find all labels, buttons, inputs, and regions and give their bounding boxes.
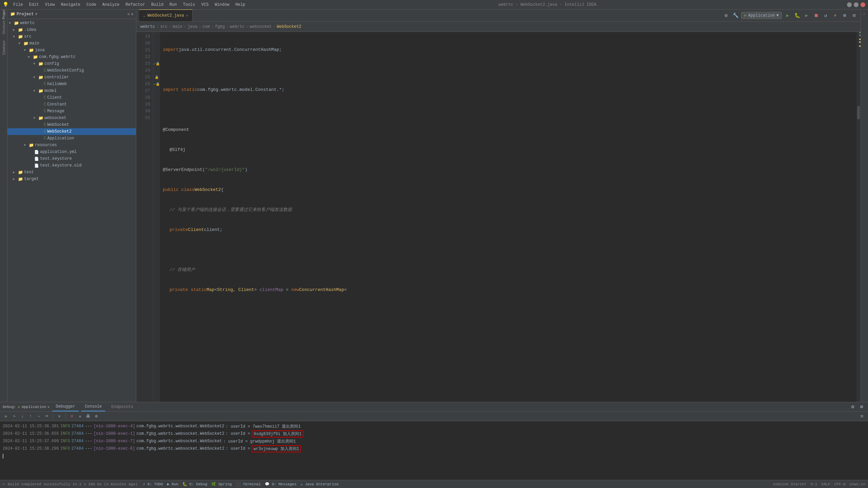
- bc-fgbg[interactable]: fgbg: [215, 24, 225, 29]
- scroll-to-end[interactable]: ↡: [77, 413, 83, 420]
- project-panel-icon[interactable]: Project: [1, 11, 7, 17]
- tree-item-websocket2[interactable]: ▶ C WebSocket2: [7, 128, 136, 135]
- tree-item-websocketconfig[interactable]: ▶ C WebSocketConfig: [7, 67, 136, 74]
- tree-item-appyml[interactable]: ▶ 📄 application.yml: [7, 149, 136, 155]
- menu-vcs[interactable]: VCS: [199, 2, 212, 8]
- menu-tools[interactable]: Tools: [180, 2, 198, 8]
- tree-item-target[interactable]: ▶ 📁 target: [7, 176, 136, 182]
- debug-button[interactable]: 🐛: [793, 12, 801, 19]
- tree-item-constant[interactable]: ▶ C Constant: [7, 101, 136, 108]
- project-dropdown[interactable]: ▼: [35, 12, 37, 16]
- step-into-button[interactable]: ↓: [19, 413, 26, 420]
- menu-run[interactable]: Run: [167, 2, 180, 8]
- menu-edit[interactable]: Edit: [26, 2, 42, 8]
- print-button[interactable]: 🖶: [85, 413, 92, 420]
- debug-close-icon[interactable]: ✕: [47, 405, 50, 409]
- step-out-button[interactable]: ↑: [27, 413, 34, 420]
- sync-button[interactable]: ↺: [822, 12, 829, 19]
- resume-button[interactable]: ▶: [3, 413, 9, 420]
- notifications-icon[interactable]: ⚡: [861, 11, 868, 17]
- bc-websocket[interactable]: websocket: [250, 24, 272, 29]
- menu-code[interactable]: Code: [84, 2, 99, 8]
- log-area[interactable]: 2024-02-11 15:25:36.301 INFO 27484 --- […: [0, 421, 868, 480]
- step-over-button[interactable]: ↷: [11, 413, 18, 420]
- maximize-button[interactable]: [854, 2, 859, 7]
- tree-item-model[interactable]: ▼ 📁 model: [7, 87, 136, 94]
- tree-item-idea[interactable]: ▶ 📁 .idea: [7, 26, 136, 33]
- tab-endpoints[interactable]: Endpoints: [108, 402, 137, 411]
- run-button[interactable]: ▶: [784, 12, 791, 19]
- menu-file[interactable]: File: [11, 2, 26, 8]
- run-config[interactable]: ▶ Application ▼: [741, 12, 782, 19]
- menu-refactor[interactable]: Refactor: [123, 2, 148, 8]
- menu-help[interactable]: Help: [233, 2, 248, 8]
- menu-analyze[interactable]: Analyze: [100, 2, 122, 8]
- bc-ws2[interactable]: WebSocket2: [277, 24, 301, 29]
- bc-java[interactable]: java: [188, 24, 197, 29]
- soft-wrap-icon[interactable]: ⊡: [859, 413, 865, 420]
- menu-window[interactable]: Window: [212, 2, 232, 8]
- database-panel-icon[interactable]: Database: [1, 45, 7, 51]
- tab-websocket2[interactable]: ☕ WebSocket2.java ✕: [139, 9, 193, 21]
- menu-build[interactable]: Build: [149, 2, 166, 8]
- tab-console[interactable]: Console: [81, 402, 105, 411]
- collapse-icon[interactable]: ⊟: [850, 12, 858, 19]
- tree-item-test[interactable]: ▶ 📁 test: [7, 169, 136, 176]
- tree-item-resources[interactable]: ▼ 📁 resources: [7, 142, 136, 149]
- status-run[interactable]: ▶ Run: [167, 482, 178, 486]
- tree-item-application[interactable]: ▶ C Application: [7, 135, 136, 142]
- tab-close-button[interactable]: ✕: [186, 14, 188, 18]
- bc-main[interactable]: main: [173, 24, 182, 29]
- run-with-coverage[interactable]: ▶: [803, 12, 810, 19]
- tree-item-config[interactable]: ▼ 📁 config: [7, 60, 136, 67]
- debug-config-name[interactable]: ▶ Application ✕: [18, 405, 50, 409]
- bc-webrtc[interactable]: webrtc: [140, 24, 155, 29]
- status-todo[interactable]: ⚡ 6: TODO: [143, 482, 163, 486]
- status-spring[interactable]: 🌿 Spring: [211, 482, 232, 486]
- status-terminal[interactable]: ⬛ Terminal: [236, 482, 261, 486]
- clear-output[interactable]: ⊘: [68, 413, 75, 420]
- status-enterprise[interactable]: ☕ Java Enterprise: [300, 482, 338, 486]
- tab-debugger[interactable]: Debugger: [52, 402, 79, 411]
- evaluate-expression[interactable]: ⌨: [43, 413, 50, 420]
- bc-webrtc2[interactable]: webrtc: [230, 24, 244, 29]
- tree-item-src[interactable]: ▼ 📁 src: [7, 33, 136, 40]
- stop-button[interactable]: ⏹: [812, 12, 820, 19]
- tree-root[interactable]: ▼ 📁 webrtc: [7, 20, 136, 26]
- sort-icon[interactable]: ⇅: [131, 12, 133, 16]
- close-button[interactable]: [861, 2, 865, 7]
- tree-item-client[interactable]: ▶ C Client: [7, 94, 136, 101]
- build-icon[interactable]: 🔧: [732, 12, 739, 19]
- tree-item-java[interactable]: ▼ 📁 java: [7, 47, 136, 54]
- code-line-31: private static Map<String, Client> clien…: [163, 287, 854, 293]
- code-content[interactable]: import java.util.concurrent.ConcurrentHa…: [160, 32, 856, 402]
- tree-item-keystore[interactable]: ▶ 📄 test.keystore: [7, 155, 136, 162]
- menu-navigate[interactable]: Navigate: [58, 2, 83, 8]
- tree-item-com[interactable]: ▼ 📁 com.fgbg.webrtc: [7, 54, 136, 60]
- run-to-cursor[interactable]: →: [35, 413, 42, 420]
- bc-src[interactable]: src: [160, 24, 167, 29]
- build-project-button[interactable]: ⚡: [831, 12, 839, 19]
- menu-view[interactable]: View: [42, 2, 58, 8]
- settings-icon[interactable]: ⚙: [722, 12, 730, 19]
- status-messages[interactable]: 💬 0: Messages: [265, 482, 296, 486]
- tree-item-message[interactable]: ▶ C Message: [7, 108, 136, 115]
- tree-item-keystore-old[interactable]: ▶ 📄 test.keystore.old: [7, 162, 136, 169]
- expand-icon[interactable]: ⊞: [841, 12, 848, 19]
- tree-item-websocket-pkg[interactable]: ▼ 📁 websocket: [7, 115, 136, 121]
- tree-item-controller[interactable]: ▼ 📁 controller: [7, 74, 136, 81]
- structure-panel-icon[interactable]: Structure: [1, 24, 7, 31]
- tree-item-websocket[interactable]: ▶ C WebSocket: [7, 121, 136, 128]
- tree-item-helloweb[interactable]: ▶ C helloWeb: [7, 81, 136, 87]
- vertical-scrollbar[interactable]: [856, 32, 861, 402]
- minimize-button[interactable]: [847, 2, 852, 7]
- gear-icon[interactable]: ⚙: [127, 12, 130, 16]
- status-debug[interactable]: 🐛 5: Debug: [182, 482, 207, 486]
- tree-item-main[interactable]: ▼ 📁 main: [7, 40, 136, 47]
- settings-debug[interactable]: ⚙: [93, 413, 100, 420]
- code-area[interactable]: 19 20 21 22 23 24 25 26 27 28 29 30 31: [136, 32, 861, 402]
- panel-settings-icon[interactable]: ⚙: [849, 403, 856, 411]
- bc-com[interactable]: com: [202, 24, 210, 29]
- drop-frame[interactable]: ✕: [56, 413, 63, 420]
- panel-expand-icon[interactable]: ⊞: [858, 403, 865, 411]
